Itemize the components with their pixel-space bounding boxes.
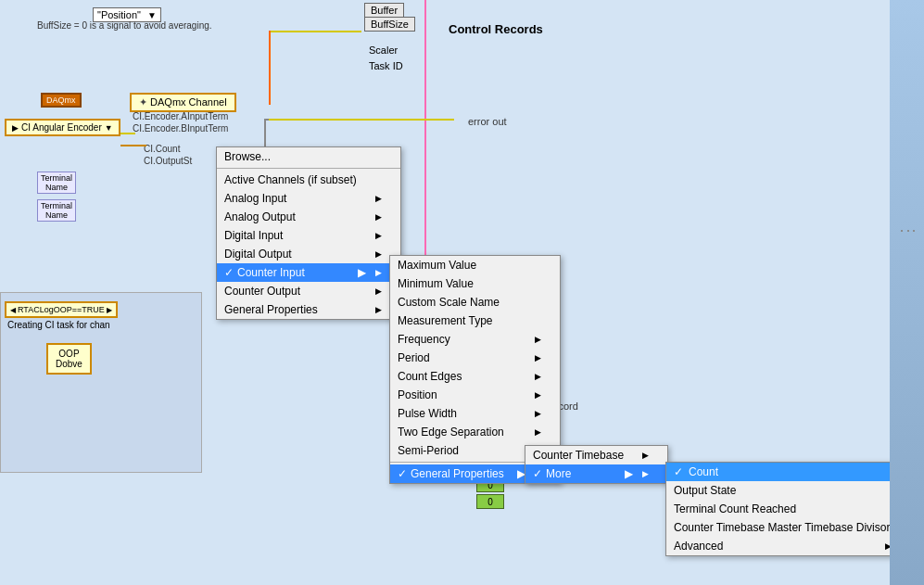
position-item[interactable]: Position <box>390 386 560 404</box>
terminal-count-reached-item[interactable]: Terminal Count Reached <box>666 500 890 518</box>
general-properties-item[interactable]: General Properties <box>217 300 400 319</box>
terminal-block-1: TerminalName <box>37 172 76 194</box>
measurement-type-item[interactable]: Measurement Type <box>390 312 560 330</box>
ci-outputst: CI.OutputSt <box>144 156 192 166</box>
ci-ainput-term: CI.Encoder.AInputTerm <box>133 111 228 121</box>
ci-count: CI.Count <box>144 144 180 154</box>
two-edge-separation-item[interactable]: Two Edge Separation <box>390 423 560 441</box>
wire-top-yellow <box>269 31 361 32</box>
terminal-block-2: TerminalName <box>37 199 76 222</box>
wire-daqmx-2 <box>120 145 146 146</box>
buff-size-text: BuffSize = 0 is a signal to avoid averag… <box>37 20 212 31</box>
numeric-box-2: 0 <box>476 494 504 509</box>
counter-input-item[interactable]: ✓ Counter Input ▶ <box>217 263 400 282</box>
wire-orange <box>269 31 271 105</box>
minimum-value-item[interactable]: Minimum Value <box>390 274 560 293</box>
browse-menu-item[interactable]: Browse... <box>217 147 400 166</box>
oop-block: OOPDobve <box>46 343 92 375</box>
error-out-label: error out <box>468 116 507 127</box>
count-item[interactable]: ✓ Count <box>666 463 890 481</box>
daqmx-small-block: DAQmx <box>41 93 82 108</box>
custom-scale-name-item[interactable]: Custom Scale Name <box>390 293 560 312</box>
control-records-label: Control Records <box>449 22 543 36</box>
buffsize-block: BuffSize <box>364 17 415 32</box>
ci-binput-term: CI.Encoder.BInputTerm <box>133 123 228 134</box>
canvas-area: "Position" ▼ BuffSize = 0 is a signal to… <box>0 0 890 585</box>
wire-yellow-right <box>426 119 454 121</box>
task-id-label: Task ID <box>369 60 403 71</box>
menu-divider-1 <box>217 168 400 169</box>
wire-yellow-mid <box>269 119 431 121</box>
output-state-item[interactable]: Output State <box>666 481 890 500</box>
counter-output-item[interactable]: Counter Output <box>217 282 400 300</box>
scaler-label: Scaler <box>369 45 398 56</box>
more-submenu: ✓ Count Output State Terminal Count Reac… <box>665 462 890 556</box>
period-item[interactable]: Period <box>390 349 560 367</box>
buffer-block: Buffer <box>364 3 404 18</box>
advanced-item[interactable]: Advanced <box>666 537 890 555</box>
ci-encoder-block: ▶ CI Angular Encoder ▼ <box>5 119 120 136</box>
count-edges-item[interactable]: Count Edges <box>390 367 560 386</box>
counter-timebase-item[interactable]: Counter Timebase <box>525 446 667 464</box>
rtac-block: ◀ RTACLogOOP==TRUE ▶ <box>5 301 118 318</box>
general-props-submenu: Counter Timebase ✓ More ▶ <box>525 445 668 484</box>
active-channels-item[interactable]: Active Channels (if subset) <box>217 171 400 189</box>
right-panel-handle: ⋮ <box>897 223 918 239</box>
analog-input-item[interactable]: Analog Input <box>217 189 400 208</box>
digital-output-item[interactable]: Digital Output <box>217 245 400 263</box>
more-item[interactable]: ✓ More ▶ <box>525 464 667 483</box>
wire-daqmx-1 <box>120 133 135 134</box>
pulse-width-item[interactable]: Pulse Width <box>390 404 560 423</box>
right-panel: ⋮ <box>890 0 924 585</box>
counter-timebase-master-item[interactable]: Counter Timebase Master Timebase Divisor <box>666 518 890 537</box>
main-context-menu: Browse... Active Channels (if subset) An… <box>216 146 401 320</box>
frequency-item[interactable]: Frequency <box>390 330 560 349</box>
digital-input-item[interactable]: Digital Input <box>217 226 400 245</box>
maximum-value-item[interactable]: Maximum Value <box>390 256 560 274</box>
analog-output-item[interactable]: Analog Output <box>217 208 400 226</box>
daqmx-channel-block: ✦ DAQmx Channel <box>130 93 236 112</box>
creating-ci-text: Creating CI task for chan <box>7 320 110 330</box>
